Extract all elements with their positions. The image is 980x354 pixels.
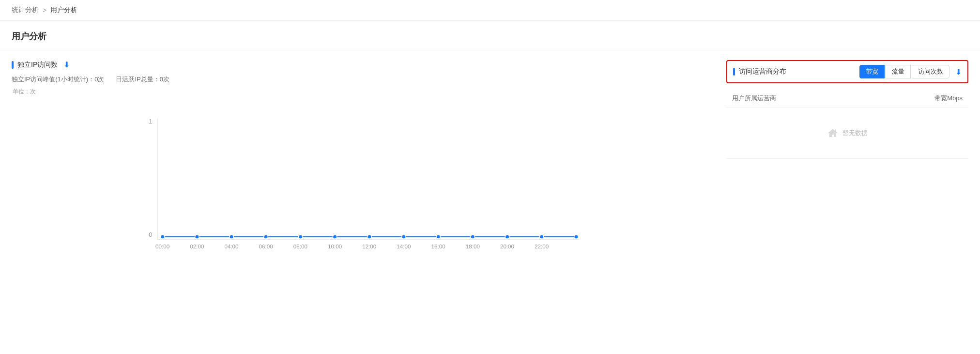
svg-text:20:00: 20:00 (500, 243, 515, 249)
no-data-content: 暂无数据 (732, 127, 963, 139)
y-label-1: 1 (149, 118, 152, 125)
left-unit-row: 单位：次 (12, 88, 715, 96)
chart-point (195, 235, 199, 239)
left-panel-title: 独立IP访问数 (17, 61, 58, 69)
left-panel: 独立IP访问数 ⬇ 独立IP访问峰值(1小时统计)：0次 日活跃IP总量：0次 … (12, 60, 715, 262)
svg-text:06:00: 06:00 (259, 243, 274, 249)
no-data-text: 暂无数据 (842, 129, 868, 138)
chart-point (402, 235, 406, 239)
table-header-row: 用户所属运营商 带宽Mbps (726, 89, 968, 108)
left-panel-title-bar (12, 61, 14, 69)
chart-point (574, 235, 579, 239)
chart-point (333, 235, 337, 239)
svg-text:02:00: 02:00 (190, 243, 204, 249)
chart-point (264, 235, 268, 239)
page-title: 用户分析 (12, 31, 968, 42)
table-divider (726, 158, 968, 159)
right-panel-title-bar (733, 68, 735, 76)
left-stat-daily: 日活跃IP总量：0次 (116, 75, 169, 84)
left-stat-daily-value: 0次 (160, 76, 169, 83)
svg-text:22:00: 22:00 (535, 243, 549, 249)
left-stat-peak-label: 独立IP访问峰值(1小时统计)： (12, 76, 94, 83)
chart-point (368, 235, 372, 239)
left-stat-peak-value: 0次 (94, 76, 104, 83)
left-stat-peak: 独立IP访问峰值(1小时统计)：0次 (12, 75, 104, 84)
breadcrumb-separator: > (43, 6, 46, 14)
chart-point (230, 235, 234, 239)
chart-point (505, 235, 509, 239)
no-data-row: 暂无数据 (726, 108, 968, 159)
svg-text:08:00: 08:00 (293, 243, 308, 249)
left-stats-row: 独立IP访问峰值(1小时统计)：0次 日活跃IP总量：0次 (12, 75, 715, 84)
col-bandwidth: 带宽Mbps (868, 89, 968, 108)
right-download-icon[interactable]: ⬇ (955, 67, 962, 77)
left-stat-daily-label: 日活跃IP总量： (116, 76, 159, 83)
tab-traffic[interactable]: 流量 (886, 65, 911, 78)
svg-text:00:00: 00:00 (155, 243, 170, 249)
table-header: 用户所属运营商 带宽Mbps (726, 89, 968, 108)
chart-point (471, 235, 475, 239)
no-data-icon (827, 127, 839, 139)
breadcrumb: 统计分析 > 用户分析 (0, 0, 980, 21)
tab-group: 带宽 流量 访问次数 (859, 65, 949, 78)
svg-text:04:00: 04:00 (224, 243, 239, 249)
table-body: 暂无数据 (726, 108, 968, 159)
right-table: 用户所属运营商 带宽Mbps 暂无数据 (726, 89, 968, 158)
left-download-icon[interactable]: ⬇ (63, 60, 70, 69)
breadcrumb-parent[interactable]: 统计分析 (12, 6, 39, 15)
left-chart: 1 0 (12, 98, 715, 262)
page-header: 用户分析 (0, 21, 980, 50)
svg-text:16:00: 16:00 (431, 243, 446, 249)
svg-text:10:00: 10:00 (328, 243, 342, 249)
no-data-cell: 暂无数据 (726, 108, 968, 159)
chart-svg: 1 0 (12, 98, 715, 262)
breadcrumb-current: 用户分析 (50, 6, 77, 15)
chart-point (160, 235, 165, 239)
tab-bandwidth[interactable]: 带宽 (859, 65, 885, 78)
chart-point (436, 235, 441, 239)
y-label-0: 0 (149, 231, 152, 238)
left-panel-header: 独立IP访问数 ⬇ (12, 60, 715, 69)
svg-text:12:00: 12:00 (362, 243, 377, 249)
svg-text:18:00: 18:00 (466, 243, 480, 249)
right-panel-title: 访问运营商分布 (739, 67, 856, 76)
right-panel-header-box: 访问运营商分布 带宽 流量 访问次数 ⬇ (726, 60, 968, 83)
tab-visits[interactable]: 访问次数 (912, 65, 949, 78)
chart-point (539, 235, 544, 239)
chart-point (298, 235, 303, 239)
col-isp: 用户所属运营商 (726, 89, 868, 108)
content-area: 独立IP访问数 ⬇ 独立IP访问峰值(1小时统计)：0次 日活跃IP总量：0次 … (0, 50, 980, 272)
right-panel: 访问运营商分布 带宽 流量 访问次数 ⬇ 用户所属运营商 带宽Mbps (726, 60, 968, 262)
svg-text:14:00: 14:00 (397, 243, 411, 249)
